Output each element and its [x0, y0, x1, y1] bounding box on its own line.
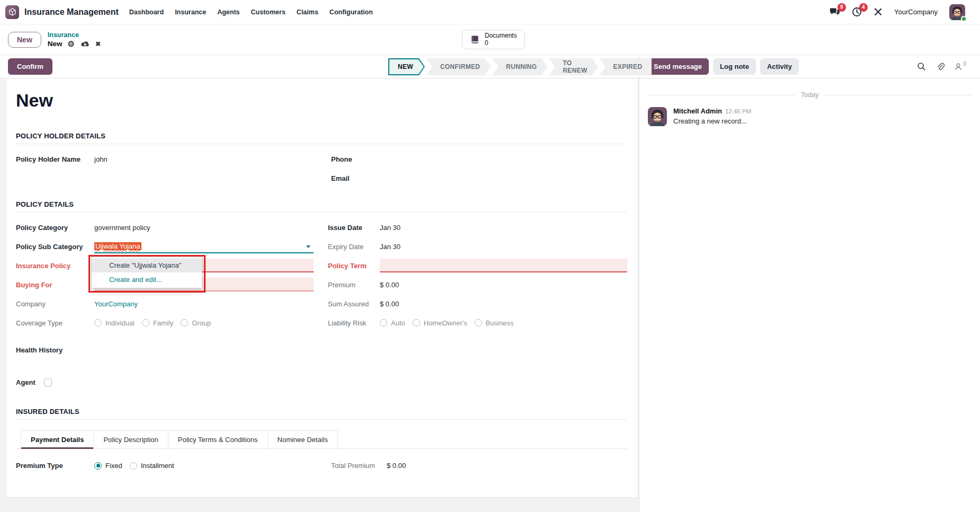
breadcrumb-insurance-link[interactable]: Insurance	[48, 31, 101, 39]
radio-unchecked-icon	[142, 319, 149, 326]
book-icon	[470, 34, 480, 45]
menu-configuration[interactable]: Configuration	[328, 6, 374, 18]
policy-sub-category-selected-text: Ujjwala Yojana	[94, 242, 141, 250]
gear-icon[interactable]: ⚙	[68, 40, 75, 48]
send-message-button[interactable]: Send message	[647, 58, 709, 75]
status-step-confirmed[interactable]: CONFIRMED	[426, 58, 491, 75]
policy-category-input[interactable]: government policy	[94, 224, 150, 232]
online-status-dot	[961, 16, 967, 22]
status-step-to-renew[interactable]: TO RENEW	[549, 58, 598, 75]
email-label: Email	[331, 174, 383, 182]
discard-icon[interactable]: ✖	[95, 41, 101, 47]
coverage-group-option[interactable]: Group	[181, 319, 211, 327]
section-policy-details: POLICY DETAILS	[16, 200, 627, 213]
dropdown-create-option[interactable]: Create "Ujjwala Yojana"	[92, 258, 202, 272]
chatter-panel: Send message Log note Activity 0	[639, 55, 980, 512]
policy-category-label: Policy Category	[16, 224, 94, 232]
agent-label: Agent	[16, 378, 35, 386]
status-step-new[interactable]: NEW	[388, 58, 425, 75]
new-record-button[interactable]: New	[8, 32, 41, 48]
liability-business-option[interactable]: Business	[475, 319, 514, 327]
user-avatar[interactable]	[949, 4, 965, 20]
log-note-button[interactable]: Log note	[713, 58, 756, 75]
premium-type-fixed-option[interactable]: Fixed	[94, 462, 122, 470]
payment-details-tab-content: Premium Type Fixed Installment Total Pre…	[16, 462, 627, 470]
field-policy-holder-name: Policy Holder Name john	[16, 149, 331, 169]
app-logo[interactable]	[5, 5, 19, 19]
tools-icon	[874, 7, 883, 16]
field-expiry-date: Expiry Date Jan 30	[328, 237, 627, 256]
coverage-family-option[interactable]: Family	[142, 319, 173, 327]
liability-homeowners-option[interactable]: HomeOwner's	[413, 319, 467, 327]
status-step-running[interactable]: RUNNING	[492, 58, 547, 75]
dropdown-create-and-edit-option[interactable]: Create and edit...	[92, 272, 202, 287]
activities-menu-button[interactable]: 4	[852, 7, 862, 17]
insurance-policy-label: Insurance Policy	[16, 262, 94, 270]
sub-category-autocomplete-dropdown: Create "Ujjwala Yojana" Create and edit.…	[91, 257, 202, 288]
field-email: Email	[331, 169, 627, 188]
field-agent: Agent	[16, 378, 627, 386]
buying-for-label: Buying For	[16, 281, 94, 289]
documents-stat-button[interactable]: Documents 0	[462, 30, 525, 49]
paperclip-icon	[936, 62, 945, 71]
policy-sub-category-input[interactable]: Ujjwala Yojana	[94, 240, 314, 253]
chatter-toolbar: Send message Log note Activity 0	[639, 55, 980, 78]
attach-files-button[interactable]	[936, 62, 945, 71]
status-step-expired[interactable]: EXPIRED	[600, 58, 652, 75]
tab-policy-description[interactable]: Policy Description	[94, 430, 168, 448]
sum-assured-label: Sum Assured	[328, 300, 380, 308]
followers-button[interactable]: 0	[954, 63, 966, 71]
coverage-individual-option[interactable]: Individual	[94, 319, 135, 327]
premium-label: Premium	[328, 281, 380, 289]
coverage-type-label: Coverage Type	[16, 319, 94, 327]
field-company: Company YourCompany	[16, 294, 328, 313]
premium-input[interactable]: $ 0.00	[380, 281, 399, 289]
radio-checked-icon	[94, 462, 102, 470]
company-value-link[interactable]: YourCompany	[94, 300, 138, 308]
field-coverage-type: Coverage Type Individual Family Group	[16, 313, 328, 332]
message-author-avatar	[648, 107, 667, 126]
messages-menu-button[interactable]: 9	[829, 7, 840, 17]
policy-term-input[interactable]	[380, 259, 627, 272]
policy-holder-name-input[interactable]: john	[94, 155, 108, 163]
policy-sub-category-label: Policy Sub Category	[16, 243, 94, 251]
liability-auto-option[interactable]: Auto	[380, 319, 405, 327]
section-insured-details: INSURED DETAILS	[16, 408, 627, 420]
issue-date-label: Issue Date	[328, 224, 380, 232]
company-switcher[interactable]: YourCompany	[894, 8, 938, 16]
premium-type-installment-option[interactable]: Installment	[130, 462, 174, 470]
tab-nominee-details[interactable]: Nominee Details	[268, 430, 338, 448]
total-premium-value: $ 0.00	[387, 462, 406, 470]
cloud-save-icon[interactable]	[80, 40, 90, 48]
cube-logo-icon	[8, 7, 17, 16]
menu-insurance[interactable]: Insurance	[174, 6, 207, 18]
liability-risk-label: Liability Risk	[328, 319, 380, 327]
menu-customers[interactable]: Customers	[250, 6, 287, 18]
activity-button[interactable]: Activity	[760, 58, 799, 75]
menu-dashboard[interactable]: Dashboard	[128, 6, 165, 18]
search-messages-button[interactable]	[917, 62, 926, 71]
field-issue-date: Issue Date Jan 30	[328, 218, 627, 237]
agent-checkbox[interactable]	[44, 378, 52, 386]
field-policy-sub-category: Policy Sub Category Ujjwala Yojana	[16, 237, 328, 256]
followers-icon	[954, 63, 963, 71]
menu-claims[interactable]: Claims	[296, 6, 319, 18]
company-label: Company	[16, 300, 94, 308]
radio-unchecked-icon	[181, 319, 188, 326]
expiry-date-input[interactable]: Jan 30	[380, 243, 400, 251]
date-divider: Today	[648, 91, 972, 99]
sum-assured-input[interactable]: $ 0.00	[380, 300, 399, 308]
debug-tools-button[interactable]	[874, 7, 883, 16]
date-divider-label: Today	[801, 91, 818, 99]
app-title: Insurance Management	[24, 7, 119, 17]
tab-policy-terms-conditions[interactable]: Policy Terms & Conditions	[168, 430, 268, 448]
issue-date-input[interactable]: Jan 30	[380, 224, 400, 232]
message-body: Creating a new record...	[673, 117, 751, 125]
health-history-label: Health History	[16, 346, 627, 354]
radio-unchecked-icon	[475, 319, 482, 326]
confirm-button[interactable]: Confirm	[8, 58, 52, 75]
breadcrumb: Insurance New ⚙ ✖	[48, 31, 101, 49]
statusbar-row: Confirm NEW CONFIRMED RUNNING TO RENEW E…	[0, 55, 639, 78]
menu-agents[interactable]: Agents	[216, 6, 240, 18]
tab-payment-details[interactable]: Payment Details	[21, 430, 94, 448]
